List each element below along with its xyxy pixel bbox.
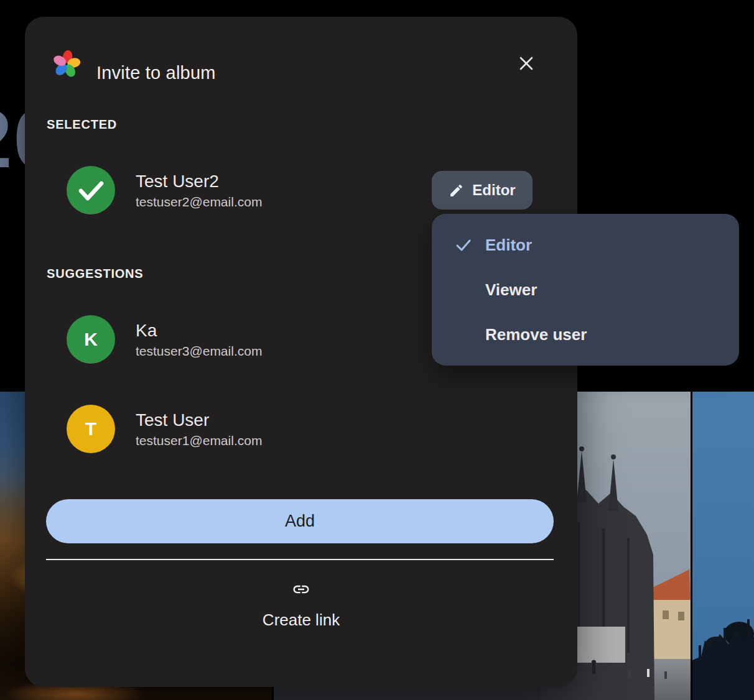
selected-user-name: Test User2: [136, 170, 262, 193]
suggestions-section-label: SUGGESTIONS: [47, 267, 144, 281]
create-link-label: Create link: [263, 610, 340, 630]
menu-item-label: Editor: [485, 236, 532, 255]
menu-item-viewer[interactable]: Viewer: [432, 267, 739, 312]
suggestion-email: testuser1@email.com: [136, 431, 262, 449]
role-editor-button[interactable]: Editor: [432, 171, 533, 210]
pencil-icon: [449, 183, 464, 198]
close-icon: [518, 55, 535, 72]
dialog-title: Invite to album: [96, 62, 216, 84]
role-dropdown-menu: Editor Viewer Remove user: [432, 214, 739, 366]
background-photo-gate: [692, 392, 754, 700]
checkmark-icon: [454, 236, 473, 254]
selected-user-email: testuser2@email.com: [136, 193, 262, 211]
link-icon: [287, 580, 315, 599]
menu-check-spacer: [454, 325, 473, 344]
photos-app-screen: 20: [0, 0, 754, 700]
avatar: K: [67, 315, 115, 364]
menu-check-spacer: [454, 280, 473, 299]
checkmark-icon: [67, 166, 115, 214]
suggestion-row[interactable]: T Test User testuser1@email.com: [67, 405, 415, 453]
selected-section-label: SELECTED: [47, 117, 117, 132]
suggestion-name: Test User: [136, 409, 262, 431]
selected-user-row[interactable]: Test User2 testuser2@email.com: [67, 166, 415, 214]
role-button-label: Editor: [472, 182, 515, 199]
close-button[interactable]: [513, 50, 540, 77]
suggestion-email: testuser3@email.com: [136, 342, 262, 360]
menu-item-label: Viewer: [485, 280, 537, 300]
menu-item-remove-user[interactable]: Remove user: [432, 312, 739, 357]
add-button[interactable]: Add: [46, 499, 554, 543]
suggestion-row[interactable]: K Ka testuser3@email.com: [67, 315, 415, 364]
suggestion-name: Ka: [136, 320, 262, 342]
create-link-button[interactable]: Create link: [25, 580, 577, 650]
selected-check-avatar: [67, 166, 115, 214]
menu-item-label: Remove user: [485, 325, 587, 344]
avatar: T: [67, 405, 115, 453]
photos-pinwheel-icon: [52, 49, 81, 79]
divider: [46, 559, 554, 560]
menu-item-editor[interactable]: Editor: [432, 223, 739, 267]
